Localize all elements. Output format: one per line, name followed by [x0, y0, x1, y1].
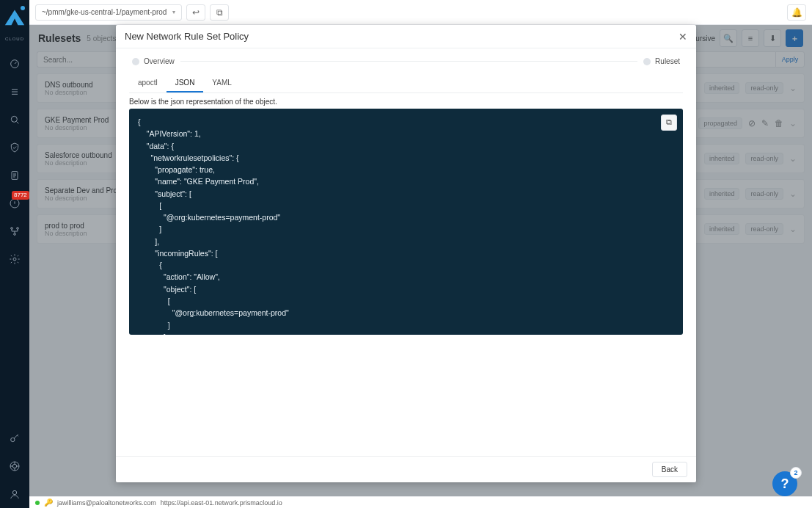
- json-description: Below is the json representation of the …: [129, 98, 683, 106]
- svg-point-11: [12, 490, 16, 494]
- close-icon[interactable]: ✕: [679, 31, 687, 43]
- namespace-select[interactable]: ~/pmm/gke-us-central-1/payment-prod ▾: [35, 4, 182, 21]
- step-dot-ruleset[interactable]: [643, 58, 651, 65]
- nav-alert-icon[interactable]: 8772: [0, 189, 29, 217]
- wizard-stepper: Overview Ruleset: [129, 57, 683, 65]
- brand-text: CLOUD: [5, 37, 24, 41]
- back-history-icon[interactable]: ↩: [186, 4, 205, 21]
- nav-key-icon[interactable]: [0, 424, 29, 452]
- help-badge: 2: [790, 467, 802, 479]
- tab-yaml[interactable]: YAML: [203, 74, 241, 92]
- status-user: jawilliams@paloaltonetworks.com: [57, 499, 156, 507]
- status-bar: 🔑 jawilliams@paloaltonetworks.com https:…: [29, 496, 812, 508]
- status-url: https://api.east-01.network.prismacloud.…: [161, 499, 282, 507]
- svg-point-8: [11, 438, 15, 441]
- svg-point-5: [17, 228, 19, 230]
- svg-point-10: [12, 464, 16, 468]
- modal-header: New Network Rule Set Policy ✕: [116, 25, 696, 48]
- svg-point-6: [14, 233, 16, 236]
- breadcrumb-path: ~/pmm/gke-us-central-1/payment-prod: [42, 8, 167, 16]
- modal-dialog: New Network Rule Set Policy ✕ Overview R…: [116, 25, 696, 482]
- svg-point-4: [11, 228, 13, 230]
- json-code-block: ⧉{ "APIVersion": 1, "data": { "networkru…: [129, 109, 683, 335]
- help-button[interactable]: ? 2: [772, 471, 797, 496]
- svg-point-7: [13, 258, 16, 261]
- code-tabs: apoctl JSON YAML: [129, 74, 683, 93]
- modal-title: New Network Rule Set Policy: [125, 31, 249, 42]
- copy-path-icon[interactable]: ⧉: [210, 4, 229, 21]
- tab-json[interactable]: JSON: [167, 74, 204, 92]
- nav-doc-icon[interactable]: [0, 162, 29, 189]
- chevron-down-icon: ▾: [172, 9, 175, 15]
- brand-logo[interactable]: [0, 7, 29, 37]
- modal-body: Overview Ruleset apoctl JSON YAML Below …: [116, 48, 696, 456]
- nav-list-icon[interactable]: [0, 78, 29, 106]
- nav-support-icon[interactable]: [0, 452, 29, 480]
- connection-status-icon: [35, 501, 40, 505]
- back-button[interactable]: Back: [652, 462, 687, 477]
- nav-user-icon[interactable]: [0, 480, 29, 508]
- key-icon: 🔑: [44, 498, 53, 507]
- left-sidebar: CLOUD 8772: [0, 0, 29, 508]
- notifications-icon[interactable]: 🔔: [787, 4, 806, 21]
- nav-topology-icon[interactable]: [0, 217, 29, 245]
- step-label-ruleset: Ruleset: [655, 57, 680, 65]
- step-line: [180, 61, 637, 62]
- step-label-overview: Overview: [144, 57, 175, 65]
- alert-badge: 8772: [12, 191, 29, 200]
- svg-point-1: [11, 116, 17, 122]
- tab-apoctl[interactable]: apoctl: [129, 74, 167, 92]
- nav-shield-icon[interactable]: [0, 134, 29, 162]
- nav-dashboard-icon[interactable]: [0, 50, 29, 78]
- code-content: { "APIVersion": 1, "data": { "networkrul…: [138, 117, 289, 335]
- modal-footer: Back: [116, 456, 696, 482]
- topbar: ~/pmm/gke-us-central-1/payment-prod ▾ ↩ …: [29, 0, 812, 25]
- nav-settings-icon[interactable]: [0, 245, 29, 273]
- nav-search-icon[interactable]: [0, 106, 29, 134]
- copy-code-button[interactable]: ⧉: [661, 115, 677, 131]
- step-dot-overview[interactable]: [132, 58, 139, 65]
